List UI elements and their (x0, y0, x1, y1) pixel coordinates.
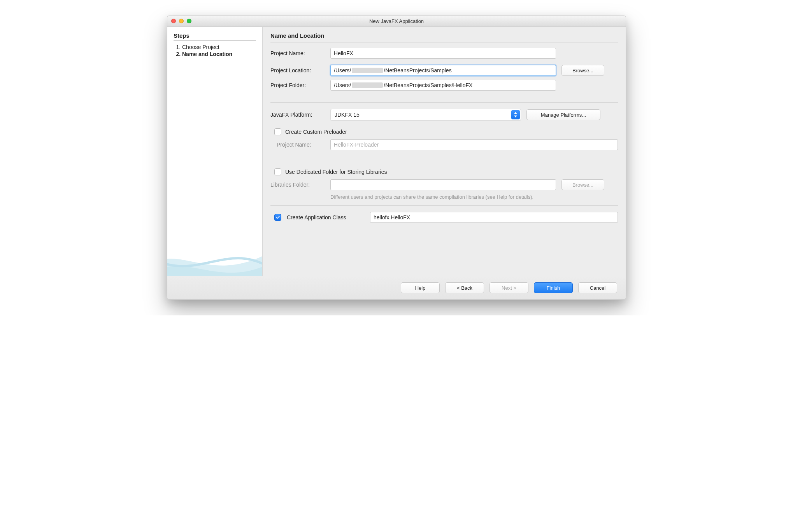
project-name-input[interactable] (330, 48, 556, 59)
redacted-username (352, 82, 383, 88)
zoom-icon[interactable] (187, 19, 191, 23)
preloader-name-label: Project Name: (270, 142, 325, 148)
preloader-name-input (330, 139, 618, 150)
platform-value: JDKFX 15 (331, 112, 363, 118)
minimize-icon[interactable] (179, 19, 184, 23)
panel-heading: Name and Location (270, 32, 618, 39)
browse-location-button[interactable]: Browse... (561, 65, 604, 76)
libfolder-checkbox[interactable] (274, 168, 281, 175)
browse-libfolder-button: Browse... (561, 179, 604, 190)
window-title: New JavaFX Application (369, 18, 424, 24)
help-button[interactable]: Help (401, 282, 440, 293)
project-location-label: Project Location: (270, 67, 325, 74)
appclass-checkbox[interactable] (274, 214, 281, 221)
project-location-input[interactable]: /Users//NetBeansProjects/Samples (330, 65, 556, 76)
platform-select[interactable]: JDKFX 15 (330, 109, 521, 121)
libfolder-input (330, 179, 556, 190)
libfolder-check-label: Use Dedicated Folder for Storing Librari… (285, 169, 387, 175)
cancel-button[interactable]: Cancel (578, 282, 617, 293)
appclass-check-label: Create Application Class (287, 214, 365, 220)
libfolder-hint: Different users and projects can share t… (270, 194, 618, 200)
check-icon (275, 215, 280, 220)
next-button: Next > (489, 282, 528, 293)
dialog-window: New JavaFX Application Steps Choose Proj… (167, 16, 626, 300)
step-1: Choose Project (182, 44, 256, 50)
steps-sidebar: Steps Choose Project Name and Location (167, 27, 263, 276)
titlebar: New JavaFX Application (167, 16, 626, 27)
window-controls (171, 19, 191, 23)
redacted-username (352, 68, 383, 73)
preloader-checkbox[interactable] (274, 128, 281, 135)
steps-list: Choose Project Name and Location (174, 44, 256, 57)
step-2: Name and Location (182, 51, 256, 57)
decorative-wave (167, 221, 263, 276)
manage-platforms-button[interactable]: Manage Platforms... (526, 109, 600, 120)
libfolder-label: Libraries Folder: (270, 182, 325, 188)
steps-heading: Steps (174, 32, 256, 39)
preloader-check-label: Create Custom Preloader (285, 129, 347, 135)
project-folder-input[interactable]: /Users//NetBeansProjects/Samples/HelloFX (330, 80, 556, 91)
appclass-input[interactable] (370, 212, 618, 223)
close-icon[interactable] (171, 19, 176, 23)
main-panel: Name and Location Project Name: Project … (263, 27, 626, 276)
chevron-up-down-icon (511, 110, 520, 119)
project-name-label: Project Name: (270, 50, 325, 56)
back-button[interactable]: < Back (445, 282, 484, 293)
finish-button[interactable]: Finish (534, 282, 573, 293)
platform-label: JavaFX Platform: (270, 112, 325, 118)
dialog-footer: Help < Back Next > Finish Cancel (167, 276, 626, 299)
project-folder-label: Project Folder: (270, 82, 325, 88)
